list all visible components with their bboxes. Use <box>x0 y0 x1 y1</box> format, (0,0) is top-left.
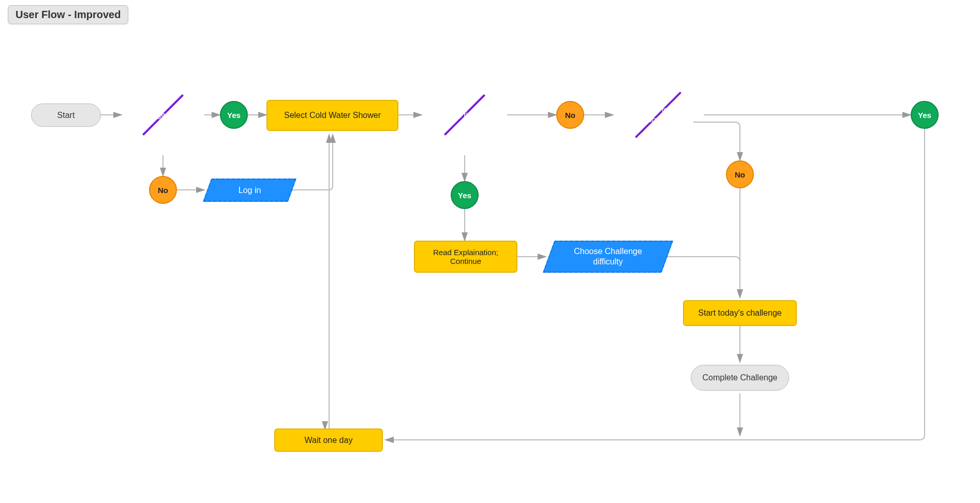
io-choose-difficulty: Choose Challenge difficulty <box>543 241 674 273</box>
badge-challenge-done-yes: Yes <box>911 101 939 129</box>
process-wait-one-day: Wait one day <box>274 428 383 452</box>
badge-first-time-no: No <box>556 101 584 129</box>
process-read-explanation: Read Explaination; Continue <box>414 241 517 273</box>
badge-logged-in-yes: Yes <box>220 101 248 129</box>
badge-logged-in-no: No <box>149 176 177 204</box>
flowchart-canvas: Start Logged in? Yes No Log in Select Co… <box>0 0 980 503</box>
process-start-challenge: Start today's challenge <box>683 300 797 326</box>
badge-challenge-done-no: No <box>726 160 754 188</box>
terminal-complete-challenge: Complete Challenge <box>691 365 789 391</box>
badge-first-time-yes: Yes <box>451 181 479 209</box>
terminal-start: Start <box>31 103 101 127</box>
io-login: Log in <box>203 179 296 202</box>
process-select-shower: Select Cold Water Shower <box>266 100 398 131</box>
